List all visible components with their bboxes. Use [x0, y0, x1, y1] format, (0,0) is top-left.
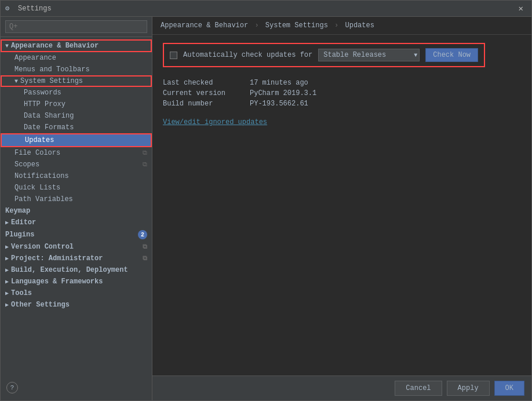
sidebar-item-label: Appearance & Behavior	[11, 42, 99, 50]
close-button[interactable]: ✕	[515, 2, 527, 14]
expand-icon: ▶	[5, 290, 9, 297]
sidebar-item-version-control[interactable]: ▶ Version Control ⧉	[1, 241, 152, 253]
sidebar-item-label: Passwords	[24, 89, 61, 97]
breadcrumb-sep-2: ›	[334, 21, 342, 30]
sidebar-item-keymap[interactable]: Keymap	[1, 205, 152, 217]
sidebar-item-languages[interactable]: ▶ Languages & Frameworks	[1, 276, 152, 287]
sidebar-item-label: Date Formats	[24, 123, 74, 132]
sidebar-item-label: Scopes	[14, 161, 39, 169]
title-bar: ⚙ Settings ✕	[1, 1, 531, 17]
auto-check-label: Automatically check updates for	[183, 51, 312, 59]
sidebar-item-appearance-behavior[interactable]: ▼ Appearance & Behavior	[1, 39, 152, 52]
sidebar-item-editor[interactable]: ▶ Editor	[1, 217, 152, 228]
search-input[interactable]	[5, 20, 147, 33]
sidebar-item-quick-lists[interactable]: Quick Lists	[1, 182, 152, 194]
update-info-grid: Last checked 17 minutes ago Current vers…	[163, 79, 521, 108]
sidebar-item-notifications[interactable]: Notifications	[1, 170, 152, 182]
sidebar-item-label: Data Sharing	[24, 112, 74, 120]
build-number-label: Build number	[163, 100, 244, 108]
sidebar-item-label: Editor	[11, 218, 36, 227]
search-box	[1, 17, 152, 37]
cancel-button[interactable]: Cancel	[395, 381, 442, 396]
auto-check-checkbox[interactable]	[170, 52, 177, 59]
expand-icon: ▼	[14, 78, 18, 85]
stable-releases-dropdown-wrapper: Stable Releases Early Access Program Bet…	[318, 49, 420, 61]
update-channel-dropdown[interactable]: Stable Releases Early Access Program Bet…	[318, 49, 420, 61]
sidebar-item-date-formats[interactable]: Date Formats	[1, 122, 152, 133]
sidebar-item-scopes[interactable]: Scopes ⧉	[1, 159, 152, 170]
app-icon: ⚙	[5, 4, 14, 13]
sidebar-item-label: Menus and Toolbars	[14, 65, 90, 74]
window-title: Settings	[18, 5, 515, 13]
sidebar-item-label: Plugins	[5, 231, 34, 239]
sidebar-footer: ?	[1, 377, 152, 400]
expand-icon: ▶	[5, 301, 9, 308]
sidebar-item-label: Build, Execution, Deployment	[11, 266, 128, 274]
sidebar-item-menus-toolbars[interactable]: Menus and Toolbars	[1, 64, 152, 75]
breadcrumb-part-2: System Settings	[265, 21, 328, 30]
sidebar-item-path-variables[interactable]: Path Variables	[1, 194, 152, 205]
expand-icon: ▼	[5, 43, 9, 49]
sidebar-item-label: File Colors	[14, 149, 60, 157]
breadcrumb-part-3: Updates	[345, 21, 374, 30]
sidebar-item-label: Keymap	[5, 207, 30, 215]
expand-icon: ▶	[5, 219, 9, 226]
sidebar-item-system-settings[interactable]: ▼ System Settings	[1, 75, 152, 87]
help-button[interactable]: ?	[6, 382, 18, 393]
ok-button[interactable]: OK	[494, 381, 524, 396]
sidebar-item-other-settings[interactable]: ▶ Other Settings	[1, 299, 152, 311]
updates-content: Automatically check updates for Stable R…	[152, 35, 531, 376]
sidebar-item-label: Tools	[11, 289, 32, 297]
current-version-value: PyCharm 2019.3.1	[250, 89, 521, 97]
expand-icon: ▶	[5, 267, 9, 274]
apply-button[interactable]: Apply	[447, 381, 490, 396]
sidebar: ▼ Appearance & Behavior Appearance Menus…	[1, 17, 152, 400]
settings-window: ⚙ Settings ✕ ▼ Appearance & Behavior App…	[0, 0, 532, 401]
expand-icon: ▶	[5, 278, 9, 285]
sidebar-item-appearance[interactable]: Appearance	[1, 52, 152, 64]
sidebar-item-http-proxy[interactable]: HTTP Proxy	[1, 99, 152, 110]
sidebar-item-label: Languages & Frameworks	[11, 278, 103, 286]
sidebar-item-file-colors[interactable]: File Colors ⧉	[1, 147, 152, 159]
copy-icon: ⧉	[143, 255, 147, 262]
last-checked-value: 17 minutes ago	[250, 79, 521, 87]
sidebar-item-tools[interactable]: ▶ Tools	[1, 287, 152, 299]
nav-tree: ▼ Appearance & Behavior Appearance Menus…	[1, 37, 152, 377]
sidebar-item-label: HTTP Proxy	[24, 100, 65, 108]
sidebar-item-build-exec[interactable]: ▶ Build, Execution, Deployment	[1, 264, 152, 276]
sidebar-item-updates[interactable]: Updates	[1, 133, 152, 147]
breadcrumb-part-1: Appearance & Behavior	[161, 21, 248, 30]
sidebar-item-label: Other Settings	[11, 301, 70, 309]
copy-icon: ⧉	[143, 161, 147, 168]
view-ignored-link[interactable]: View/edit ignored updates	[163, 118, 521, 126]
copy-icon: ⧉	[143, 150, 147, 156]
build-number-value: PY-193.5662.61	[250, 100, 521, 108]
copy-icon: ⧉	[143, 243, 147, 250]
sidebar-item-label: Project: Administrator	[11, 254, 103, 263]
current-version-label: Current version	[163, 89, 244, 97]
main-panel: Appearance & Behavior › System Settings …	[152, 17, 531, 400]
sidebar-item-label: Path Variables	[14, 195, 73, 203]
sidebar-item-label: System Settings	[20, 77, 83, 85]
auto-check-row: Automatically check updates for Stable R…	[163, 43, 485, 67]
sidebar-item-plugins[interactable]: Plugins 2	[1, 228, 152, 241]
sidebar-item-label: Appearance	[14, 54, 56, 62]
last-checked-label: Last checked	[163, 79, 244, 87]
sidebar-item-passwords[interactable]: Passwords	[1, 87, 152, 99]
sidebar-item-label: Notifications	[14, 172, 69, 180]
expand-icon: ▶	[5, 243, 9, 250]
sidebar-item-project-admin[interactable]: ▶ Project: Administrator ⧉	[1, 253, 152, 264]
sidebar-item-label: Quick Lists	[14, 184, 60, 192]
content-area: ▼ Appearance & Behavior Appearance Menus…	[1, 17, 531, 400]
breadcrumb-sep-1: ›	[254, 21, 263, 30]
check-now-button[interactable]: Check Now	[425, 48, 478, 62]
sidebar-item-data-sharing[interactable]: Data Sharing	[1, 110, 152, 122]
expand-icon: ▶	[5, 255, 9, 262]
bottom-bar: Cancel Apply OK	[152, 376, 531, 400]
sidebar-item-label: Updates	[25, 136, 54, 144]
sidebar-item-label: Version Control	[11, 243, 74, 251]
plugins-badge: 2	[138, 230, 147, 239]
breadcrumb: Appearance & Behavior › System Settings …	[152, 17, 531, 35]
